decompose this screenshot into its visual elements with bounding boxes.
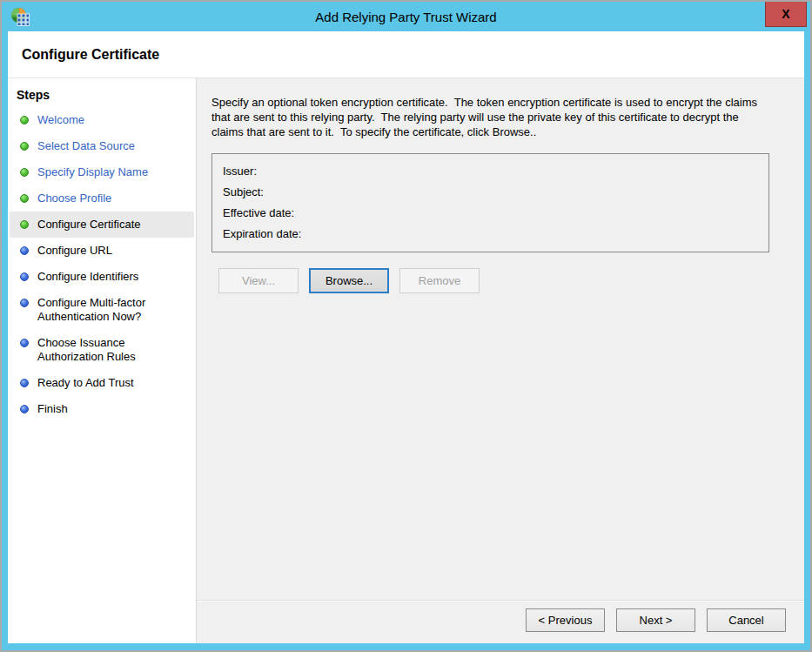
sidebar-item-choose-issuance-authorization-rules[interactable]: Choose Issuance Authorization Rules xyxy=(10,330,194,370)
main-inner: Specify an optional token encryption cer… xyxy=(197,78,804,293)
certificate-field-row: Expiration date: xyxy=(223,223,758,244)
main-panel: Specify an optional token encryption cer… xyxy=(197,78,804,643)
cancel-button[interactable]: Cancel xyxy=(707,608,786,632)
sidebar-item-configure-url[interactable]: Configure URL xyxy=(10,238,194,264)
sidebar-item-finish[interactable]: Finish xyxy=(10,396,194,422)
sidebar-item-configure-identifiers[interactable]: Configure Identifiers xyxy=(10,264,194,290)
step-status-bullet-icon xyxy=(20,339,29,347)
content-area: Steps WelcomeSelect Data SourceSpecify D… xyxy=(8,78,804,643)
close-icon[interactable]: X xyxy=(765,2,807,27)
certificate-field-label: Issuer: xyxy=(223,165,319,178)
sidebar-item-configure-certificate[interactable]: Configure Certificate xyxy=(10,212,194,238)
certificate-field-row: Issuer: xyxy=(223,160,758,181)
wizard-navigation: < Previous Next > Cancel xyxy=(197,600,804,643)
page-description: Specify an optional token encryption cer… xyxy=(211,95,773,139)
view-button: View... xyxy=(218,268,299,293)
certificate-field-row: Effective date: xyxy=(223,202,758,223)
sidebar-item-configure-multi-factor-authentication-now[interactable]: Configure Multi-factor Authentication No… xyxy=(10,290,194,330)
step-label: Ready to Add Trust xyxy=(37,376,134,390)
window-body: Configure Certificate Steps WelcomeSelec… xyxy=(8,31,804,643)
certificate-field-label: Subject: xyxy=(223,185,319,198)
step-label: Choose Profile xyxy=(37,192,111,205)
window-title: Add Relying Party Trust Wizard xyxy=(2,10,810,24)
certificate-actions: View... Browse... Remove xyxy=(218,268,780,293)
step-status-bullet-icon xyxy=(20,116,29,124)
page-title: Configure Certificate xyxy=(22,47,159,63)
step-status-bullet-icon xyxy=(20,194,29,203)
step-label: Configure URL xyxy=(37,244,112,258)
steps-list: WelcomeSelect Data SourceSpecify Display… xyxy=(8,107,196,422)
step-status-bullet-icon xyxy=(20,220,29,229)
step-status-bullet-icon xyxy=(20,299,29,307)
step-label: Finish xyxy=(37,402,68,416)
sidebar-item-choose-profile[interactable]: Choose Profile xyxy=(10,185,194,212)
step-label: Configure Identifiers xyxy=(37,270,138,284)
browse-button[interactable]: Browse... xyxy=(309,268,389,293)
step-label: Specify Display Name xyxy=(37,165,148,179)
step-status-bullet-icon xyxy=(20,142,29,151)
sidebar-item-ready-to-add-trust[interactable]: Ready to Add Trust xyxy=(10,370,194,396)
step-status-bullet-icon xyxy=(20,405,29,413)
step-status-bullet-icon xyxy=(20,168,29,177)
step-label: Configure Certificate xyxy=(37,218,141,232)
next-button[interactable]: Next > xyxy=(616,608,695,632)
main-spacer xyxy=(197,293,804,600)
step-status-bullet-icon xyxy=(20,379,29,387)
certificate-field-label: Expiration date: xyxy=(223,227,319,240)
sidebar-item-select-data-source[interactable]: Select Data Source xyxy=(10,133,194,159)
step-label: Select Data Source xyxy=(37,139,135,153)
step-label: Choose Issuance Authorization Rules xyxy=(37,336,187,364)
step-status-bullet-icon xyxy=(20,272,29,281)
remove-button: Remove xyxy=(399,268,480,293)
page-header: Configure Certificate xyxy=(8,31,804,78)
certificate-field-label: Effective date: xyxy=(223,206,319,219)
steps-sidebar: Steps WelcomeSelect Data SourceSpecify D… xyxy=(8,78,197,643)
previous-button[interactable]: < Previous xyxy=(526,608,605,632)
sidebar-item-welcome[interactable]: Welcome xyxy=(10,107,194,133)
step-label: Welcome xyxy=(37,113,84,127)
wizard-window: Add Relying Party Trust Wizard X Configu… xyxy=(0,0,812,652)
titlebar: Add Relying Party Trust Wizard X xyxy=(2,2,810,31)
adfs-wizard-icon xyxy=(10,7,30,26)
sidebar-item-specify-display-name[interactable]: Specify Display Name xyxy=(10,159,194,185)
certificate-field-row: Subject: xyxy=(223,181,758,202)
certificate-details-box: Issuer:Subject:Effective date:Expiration… xyxy=(211,153,769,252)
steps-heading: Steps xyxy=(8,84,196,107)
step-label: Configure Multi-factor Authentication No… xyxy=(37,296,187,324)
step-status-bullet-icon xyxy=(20,246,29,255)
